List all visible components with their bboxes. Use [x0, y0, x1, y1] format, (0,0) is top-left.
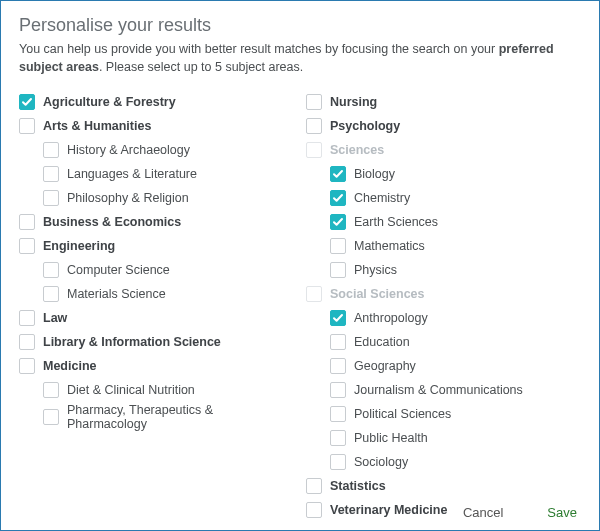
subject-row: Mathematics [306, 234, 581, 258]
subject-checkbox[interactable] [306, 94, 322, 110]
subject-label: Physics [354, 263, 397, 277]
subject-label: Library & Information Science [43, 335, 221, 349]
subject-row: Sociology [306, 450, 581, 474]
subject-checkbox[interactable] [330, 334, 346, 350]
subject-checkbox[interactable] [330, 454, 346, 470]
subject-label: Sociology [354, 455, 408, 469]
subject-checkbox[interactable] [306, 118, 322, 134]
subject-row: Materials Science [19, 282, 294, 306]
subject-checkbox[interactable] [19, 238, 35, 254]
subject-column-right: NursingPsychologySciencesBiologyChemistr… [300, 90, 581, 522]
subject-row: Philosophy & Religion [19, 186, 294, 210]
subject-label: Public Health [354, 431, 428, 445]
subject-row: Education [306, 330, 581, 354]
subject-label: Anthropology [354, 311, 428, 325]
subject-checkbox[interactable] [330, 358, 346, 374]
subject-checkbox[interactable] [330, 382, 346, 398]
subject-checkbox[interactable] [330, 406, 346, 422]
subject-checkbox[interactable] [19, 118, 35, 134]
subject-label: Medicine [43, 359, 97, 373]
subject-checkbox[interactable] [43, 190, 59, 206]
subject-row: Pharmacy, Therapeutics & Pharmacology [19, 402, 294, 432]
subject-row: Geography [306, 354, 581, 378]
subject-label: Languages & Literature [67, 167, 197, 181]
subject-row: Library & Information Science [19, 330, 294, 354]
subject-label: Sciences [330, 143, 384, 157]
subject-label: Journalism & Communications [354, 383, 523, 397]
subject-checkbox[interactable] [330, 430, 346, 446]
subject-label: Philosophy & Religion [67, 191, 189, 205]
subject-checkbox[interactable] [19, 358, 35, 374]
subject-column-left: Agriculture & ForestryArts & HumanitiesH… [19, 90, 300, 522]
subject-checkbox[interactable] [43, 382, 59, 398]
subject-label: History & Archaeology [67, 143, 190, 157]
subject-label: Agriculture & Forestry [43, 95, 176, 109]
subject-row: Statistics [306, 474, 581, 498]
subject-checkbox[interactable] [330, 190, 346, 206]
subject-checkbox[interactable] [330, 262, 346, 278]
subject-columns: Agriculture & ForestryArts & HumanitiesH… [19, 90, 581, 522]
subject-label: Earth Sciences [354, 215, 438, 229]
subject-label: Chemistry [354, 191, 410, 205]
subject-row: Engineering [19, 234, 294, 258]
subject-checkbox[interactable] [19, 310, 35, 326]
subject-row: Political Sciences [306, 402, 581, 426]
subject-row: Computer Science [19, 258, 294, 282]
subject-row: Social Sciences [306, 282, 581, 306]
subject-row: Chemistry [306, 186, 581, 210]
subject-label: Nursing [330, 95, 377, 109]
subject-row: Languages & Literature [19, 162, 294, 186]
subject-checkbox[interactable] [43, 286, 59, 302]
subject-checkbox[interactable] [330, 166, 346, 182]
subject-label: Political Sciences [354, 407, 451, 421]
subject-checkbox [306, 142, 322, 158]
subject-label: Statistics [330, 479, 386, 493]
subject-row: Nursing [306, 90, 581, 114]
subject-label: Materials Science [67, 287, 166, 301]
subject-label: Computer Science [67, 263, 170, 277]
subject-checkbox[interactable] [19, 94, 35, 110]
subject-row: Law [19, 306, 294, 330]
subject-checkbox[interactable] [43, 166, 59, 182]
subject-row: Psychology [306, 114, 581, 138]
subject-label: Pharmacy, Therapeutics & Pharmacology [67, 403, 294, 431]
subject-label: Arts & Humanities [43, 119, 151, 133]
subject-checkbox[interactable] [43, 409, 59, 425]
subject-checkbox[interactable] [330, 310, 346, 326]
subject-label: Education [354, 335, 410, 349]
dialog-title: Personalise your results [19, 15, 581, 36]
subject-row: Sciences [306, 138, 581, 162]
subject-label: Diet & Clinical Nutrition [67, 383, 195, 397]
subject-checkbox[interactable] [43, 262, 59, 278]
subject-row: Physics [306, 258, 581, 282]
subject-checkbox[interactable] [19, 214, 35, 230]
subject-checkbox[interactable] [306, 478, 322, 494]
subject-checkbox[interactable] [330, 238, 346, 254]
subject-label: Biology [354, 167, 395, 181]
subject-label: Psychology [330, 119, 400, 133]
subject-row: Public Health [306, 426, 581, 450]
subject-checkbox[interactable] [306, 502, 322, 518]
subject-label: Engineering [43, 239, 115, 253]
cancel-button[interactable]: Cancel [463, 505, 503, 520]
subject-label: Geography [354, 359, 416, 373]
subject-row: Anthropology [306, 306, 581, 330]
personalise-dialog: Personalise your results You can help us… [0, 0, 600, 531]
subject-row: Biology [306, 162, 581, 186]
subject-checkbox[interactable] [19, 334, 35, 350]
subject-row: Medicine [19, 354, 294, 378]
subject-checkbox[interactable] [43, 142, 59, 158]
subject-row: Earth Sciences [306, 210, 581, 234]
subject-row: Arts & Humanities [19, 114, 294, 138]
subject-label: Law [43, 311, 67, 325]
subtitle-pre: You can help us provide you with better … [19, 42, 499, 56]
subject-row: Business & Economics [19, 210, 294, 234]
subject-label: Veterinary Medicine [330, 503, 447, 517]
subject-row: Journalism & Communications [306, 378, 581, 402]
subtitle-post: . Please select up to 5 subject areas. [99, 60, 303, 74]
subject-row: History & Archaeology [19, 138, 294, 162]
dialog-footer: Cancel Save [463, 505, 577, 520]
subject-checkbox[interactable] [330, 214, 346, 230]
dialog-subtitle: You can help us provide you with better … [19, 40, 581, 76]
save-button[interactable]: Save [547, 505, 577, 520]
